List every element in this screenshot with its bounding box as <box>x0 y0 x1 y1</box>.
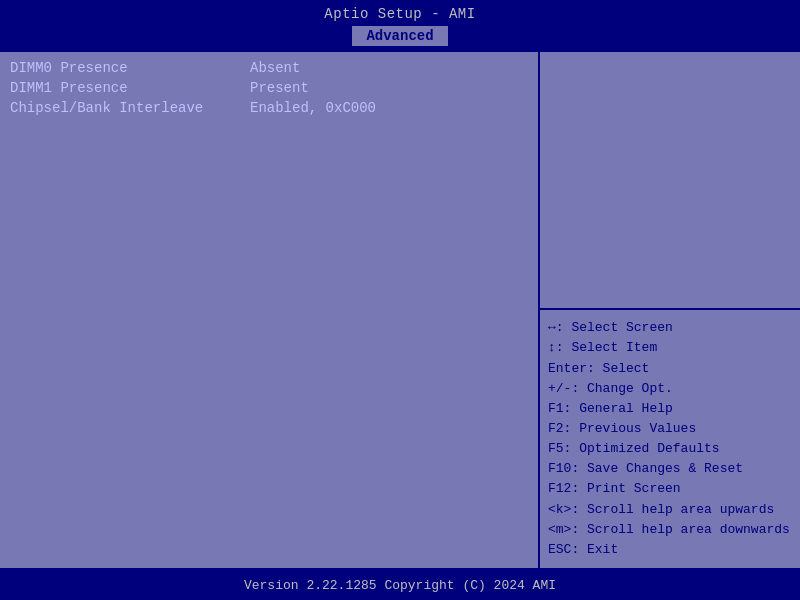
key-help-line: <k>: Scroll help area upwards <box>548 500 792 520</box>
tab-bar: Advanced <box>352 26 447 46</box>
key-help-line: <m>: Scroll help area downwards <box>548 520 792 540</box>
tab-advanced[interactable]: Advanced <box>352 26 447 46</box>
key-help-line: F12: Print Screen <box>548 479 792 499</box>
main-content: DIMM0 PresenceAbsentDIMM1 PresencePresen… <box>0 50 800 570</box>
app-title: Aptio Setup - AMI <box>324 0 475 26</box>
setting-label: Chipsel/Bank Interleave <box>10 100 250 116</box>
setting-label: DIMM0 Presence <box>10 60 250 76</box>
help-area <box>540 52 800 310</box>
setting-value: Absent <box>250 60 300 76</box>
key-help-line: ESC: Exit <box>548 540 792 560</box>
setting-row: Chipsel/Bank InterleaveEnabled, 0xC000 <box>10 100 528 116</box>
key-help-line: Enter: Select <box>548 359 792 379</box>
settings-panel: DIMM0 PresenceAbsentDIMM1 PresencePresen… <box>0 52 540 568</box>
key-help-line: F1: General Help <box>548 399 792 419</box>
bios-screen: Aptio Setup - AMI Advanced DIMM0 Presenc… <box>0 0 800 600</box>
top-bar: Aptio Setup - AMI Advanced <box>0 0 800 50</box>
right-panel: ↔: Select Screen↕: Select ItemEnter: Sel… <box>540 52 800 568</box>
key-help-line: ↔: Select Screen <box>548 318 792 338</box>
setting-value: Present <box>250 80 309 96</box>
key-help-line: ↕: Select Item <box>548 338 792 358</box>
key-help-line: +/-: Change Opt. <box>548 379 792 399</box>
setting-row: DIMM1 PresencePresent <box>10 80 528 96</box>
key-help-line: F2: Previous Values <box>548 419 792 439</box>
bottom-bar: Version 2.22.1285 Copyright (C) 2024 AMI <box>0 570 800 600</box>
setting-label: DIMM1 Presence <box>10 80 250 96</box>
version-text: Version 2.22.1285 Copyright (C) 2024 AMI <box>244 578 556 593</box>
setting-value: Enabled, 0xC000 <box>250 100 376 116</box>
key-help-line: F5: Optimized Defaults <box>548 439 792 459</box>
setting-row: DIMM0 PresenceAbsent <box>10 60 528 76</box>
key-help-line: F10: Save Changes & Reset <box>548 459 792 479</box>
key-help: ↔: Select Screen↕: Select ItemEnter: Sel… <box>540 310 800 568</box>
